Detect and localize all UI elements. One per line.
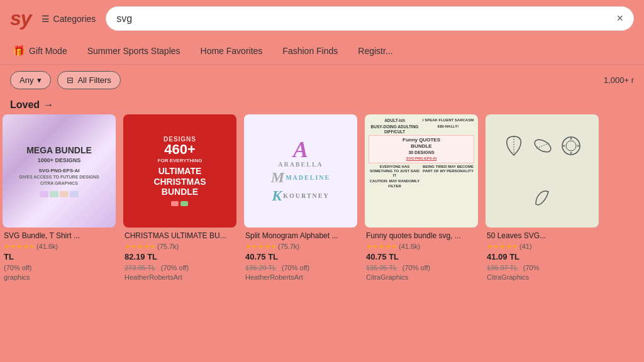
- card4-word: ADULT-ish: [369, 118, 421, 123]
- product-seller-1: graphics: [4, 273, 114, 281]
- filter-left: Any ▾ ⊟ All Filters: [10, 71, 121, 89]
- product-price-4: 40.75 TL: [366, 252, 477, 261]
- review-count-5: (41): [519, 243, 532, 250]
- product-original-price-3: 136.29 TL (70% off): [245, 261, 356, 273]
- nav-item-summer-sports[interactable]: Summer Sports Staples: [87, 43, 180, 58]
- nav-bar: 🎁 Gift Mode Summer Sports Staples Home F…: [0, 37, 644, 65]
- star-icon: ★★★★★: [487, 243, 518, 251]
- leaf-svg-1: [501, 133, 526, 158]
- categories-label: Categories: [53, 14, 96, 24]
- wreath-svg: [559, 134, 583, 158]
- categories-button[interactable]: ☰ Categories: [42, 14, 96, 24]
- product-title-5: 50 Leaves SVG...: [487, 231, 597, 241]
- product-stars-1: ★★★★★ (41.6k): [4, 243, 114, 251]
- section-label[interactable]: Loved →: [0, 96, 644, 114]
- svg-point-4: [566, 141, 576, 151]
- product-seller-2: HeatherRobertsArt: [125, 273, 235, 281]
- product-info-2: CHRISTMAS ULTIMATE BU... ★★★★★ (75.7k) 8…: [123, 228, 236, 281]
- product-card-2[interactable]: DESIGNS 460+ FOR EVERYTHING ULTIMATECHRI…: [123, 114, 236, 309]
- filter-bar: Any ▾ ⊟ All Filters 1,000+ r: [0, 65, 644, 96]
- product-title-3: Split Monogram Alphabet ...: [245, 231, 356, 241]
- product-price-2: 82.19 TL: [125, 252, 235, 261]
- card1-content: MEGA BUNDLE 1000+ DESIGNS SVG·PNG·EPS·AI…: [19, 145, 99, 198]
- logo: sy: [10, 7, 31, 30]
- product-stars-2: ★★★★★ (75.7k): [125, 243, 235, 251]
- card4-highlight: Funny QUOTESBUNDLE30 DESIGNS SVG·PNG·EPS…: [369, 135, 474, 163]
- review-count-1: (41.6k): [36, 243, 58, 250]
- card3-content: A ARABELLA M MADELINE K KOURTNEY: [271, 138, 330, 204]
- product-card-3[interactable]: A ARABELLA M MADELINE K KOURTNEY Split M…: [244, 114, 357, 309]
- gift-icon: 🎁: [13, 45, 25, 57]
- star-icon: ★★★★★: [125, 243, 156, 251]
- svg-point-3: [562, 137, 580, 155]
- nav-registry-label: Registr...: [358, 46, 392, 56]
- nav-gift-mode-label: Gift Mode: [29, 46, 67, 56]
- nav-item-home-favorites[interactable]: Home Favorites: [201, 43, 263, 58]
- product-seller-3: HeatherRobertsArt: [245, 273, 356, 281]
- product-price-5: 41.09 TL: [487, 252, 597, 261]
- product-info-3: Split Monogram Alphabet ... ★★★★★ (75.7k…: [244, 228, 357, 281]
- nav-item-gift-mode[interactable]: 🎁 Gift Mode: [13, 42, 67, 59]
- card4-word: I SPEAK FLUENT SARCASM: [422, 118, 474, 123]
- product-info-5: 50 Leaves SVG... ★★★★★ (41) 41.09 TL 136…: [486, 228, 599, 281]
- nav-summer-sports-label: Summer Sports Staples: [87, 46, 180, 56]
- price-filter-button[interactable]: Any ▾: [10, 71, 51, 89]
- card4-word: BUSY-DOING ADULTING DIFFICULT: [369, 124, 421, 134]
- star-icon: ★★★★★: [245, 243, 277, 251]
- product-stars-5: ★★★★★ (41): [487, 243, 597, 251]
- product-info-4: Funny quotes bundle svg, ... ★★★★★ (41.6…: [365, 228, 478, 281]
- product-image-5: [486, 114, 599, 228]
- star-icon: ★★★★★: [366, 243, 397, 251]
- product-price-3: 40.75 TL: [245, 252, 356, 261]
- product-seller-5: CitraGraphics: [487, 273, 597, 281]
- product-card-1[interactable]: MEGA BUNDLE 1000+ DESIGNS SVG·PNG·EPS·AI…: [3, 114, 116, 309]
- product-image-4: ADULT-ish I SPEAK FLUENT SARCASM BUSY-DO…: [365, 114, 478, 228]
- filter-icon: ⊟: [67, 75, 74, 85]
- arrow-right-icon: →: [43, 99, 53, 111]
- review-count-3: (75.7k): [278, 243, 299, 250]
- card4-word: BEING TIRED MAY BECOME PART OF MY PERSON…: [422, 165, 474, 173]
- chevron-down-icon: ▾: [37, 75, 42, 85]
- products-row: MEGA BUNDLE 1000+ DESIGNS SVG·PNG·EPS·AI…: [0, 114, 644, 309]
- clear-search-icon[interactable]: ×: [616, 12, 623, 25]
- card2-content: DESIGNS 460+ FOR EVERYTHING ULTIMATECHRI…: [153, 136, 206, 206]
- all-filters-button[interactable]: ⊟ All Filters: [57, 71, 120, 89]
- search-bar: ×: [106, 6, 634, 31]
- leaf-svg-2: [530, 133, 555, 158]
- header: sy ☰ Categories ×: [0, 0, 644, 37]
- card4-word: EBI-NALLY!: [422, 124, 474, 129]
- nav-item-registry[interactable]: Registr...: [358, 43, 392, 58]
- loved-section-title: Loved: [10, 99, 40, 111]
- product-card-5[interactable]: 50 Leaves SVG... ★★★★★ (41) 41.09 TL 136…: [486, 114, 599, 309]
- product-discount-1: (70% off): [4, 261, 114, 273]
- product-stars-3: ★★★★★ (75.7k): [245, 243, 356, 251]
- card4-word: CAUTION: MAY RANDOMLY FILTER: [369, 179, 421, 188]
- product-image-1: MEGA BUNDLE 1000+ DESIGNS SVG·PNG·EPS·AI…: [3, 114, 116, 228]
- svg-point-1: [533, 137, 553, 155]
- nav-home-favorites-label: Home Favorites: [201, 46, 263, 56]
- nav-item-fashion-finds[interactable]: Fashion Finds: [282, 43, 338, 58]
- leaf-svg-3: [531, 187, 553, 209]
- star-icon: ★★★★★: [4, 243, 35, 251]
- product-original-price-2: 273.95 TL (70% off): [125, 261, 235, 273]
- product-info-1: SVG Bundle, T Shirt ... ★★★★★ (41.6k) TL…: [3, 228, 116, 281]
- review-count-4: (41.6k): [399, 243, 420, 250]
- search-input[interactable]: [116, 13, 616, 25]
- product-seller-4: CitraGraphics: [366, 273, 477, 281]
- product-stars-4: ★★★★★ (41.6k): [366, 243, 477, 251]
- product-original-price-4: 135.95 TL (70% off): [366, 261, 477, 273]
- results-count: 1,000+ r: [604, 75, 634, 85]
- hamburger-icon: ☰: [42, 14, 50, 24]
- nav-fashion-finds-label: Fashion Finds: [282, 46, 338, 56]
- card4-word: EVERYONE HAS SOMETHING TO JUST SAID IT: [369, 165, 421, 178]
- price-filter-label: Any: [19, 75, 33, 85]
- product-image-2: DESIGNS 460+ FOR EVERYTHING ULTIMATECHRI…: [123, 114, 236, 228]
- product-card-4[interactable]: ADULT-ish I SPEAK FLUENT SARCASM BUSY-DO…: [365, 114, 478, 309]
- product-title-1: SVG Bundle, T Shirt ...: [4, 231, 114, 241]
- svg-line-2: [536, 143, 549, 148]
- product-image-3: A ARABELLA M MADELINE K KOURTNEY: [244, 114, 357, 228]
- product-original-price-5: 136.97 TL (70%: [487, 261, 597, 273]
- product-title-4: Funny quotes bundle svg, ...: [366, 231, 477, 241]
- all-filters-label: All Filters: [77, 75, 111, 85]
- review-count-2: (75.7k): [157, 243, 179, 250]
